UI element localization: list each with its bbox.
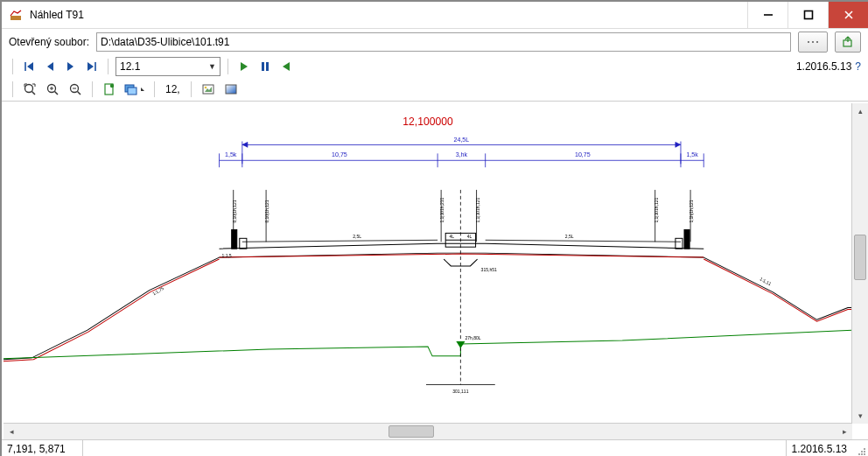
open-button[interactable]	[835, 32, 861, 53]
svg-text:1,5k: 1,5k	[225, 151, 237, 158]
svg-rect-0	[10, 16, 21, 20]
svg-rect-2	[804, 11, 812, 19]
km-label: 12,100000	[402, 116, 453, 128]
next-button[interactable]	[62, 58, 80, 75]
svg-text:1,5k: 1,5k	[686, 151, 698, 158]
picture-button[interactable]	[199, 81, 218, 98]
last-button[interactable]	[83, 58, 101, 75]
zoom-in-button[interactable]	[43, 81, 62, 98]
svg-rect-70	[684, 229, 690, 249]
vertical-scrollbar[interactable]: ▴ ▾	[851, 103, 868, 424]
play-button[interactable]	[235, 58, 253, 75]
status-spacer	[83, 440, 787, 456]
play-back-button[interactable]	[277, 58, 295, 75]
svg-marker-13	[88, 62, 94, 71]
svg-rect-17	[266, 62, 269, 71]
svg-text:1,1|101h,211: 1,1|101h,211	[439, 198, 444, 223]
canvas[interactable]: 12,100000 24,5L 1,5k 10,75 3,hk 10,75	[4, 103, 852, 424]
svg-text:27h,80L: 27h,80L	[465, 335, 480, 340]
svg-point-87	[861, 453, 863, 455]
page-button[interactable]	[100, 81, 119, 98]
svg-point-29	[110, 84, 114, 88]
app-icon	[7, 6, 24, 24]
svg-point-5	[808, 41, 809, 43]
horizontal-scrollbar[interactable]: ◂ ▸	[4, 423, 852, 439]
svg-line-22	[55, 92, 59, 95]
svg-point-90	[861, 451, 863, 452]
svg-text:10,75: 10,75	[575, 151, 591, 158]
scroll-right-icon[interactable]: ▸	[836, 424, 852, 439]
svg-text:10,75: 10,75	[332, 151, 347, 158]
close-button[interactable]	[828, 2, 868, 28]
scale-label: 12,	[162, 83, 184, 95]
navigation-toolbar: 12.1 ▼ 1.2016.5.13?	[2, 55, 868, 78]
svg-marker-82	[456, 341, 465, 348]
scroll-down-icon[interactable]: ▾	[852, 408, 868, 424]
chevron-down-icon: ▼	[208, 62, 216, 71]
first-button[interactable]	[20, 58, 38, 75]
svg-text:1:1,5: 1:1,5	[221, 253, 231, 258]
coords-readout: 7,191, 5,871	[2, 440, 83, 456]
svg-text:2,5L: 2,5L	[353, 234, 361, 239]
svg-text:315,h51: 315,h51	[481, 267, 497, 272]
window-title: Náhled T91	[30, 9, 747, 21]
scroll-left-icon[interactable]: ◂	[4, 424, 19, 439]
svg-text:4L: 4L	[449, 234, 454, 239]
svg-text:1:1,11: 1:1,11	[759, 276, 772, 286]
title-bar: Náhled T91	[2, 2, 868, 29]
svg-text:0,10|1h,121: 0,10|1h,121	[232, 200, 237, 222]
version-label: 1.2016.5.13?	[796, 60, 861, 73]
minimize-button[interactable]	[747, 2, 788, 28]
pause-button[interactable]	[256, 58, 274, 75]
svg-text:0,10|1h,121: 0,10|1h,121	[264, 200, 270, 222]
zoom-toolbar: 12,	[2, 78, 868, 101]
section-combo[interactable]: 12.1 ▼	[116, 57, 220, 76]
svg-point-19	[25, 85, 33, 93]
svg-rect-36	[226, 85, 236, 94]
svg-marker-15	[241, 62, 248, 71]
svg-text:2,5L: 2,5L	[565, 234, 574, 239]
svg-text:4L: 4L	[467, 234, 472, 239]
scroll-up-icon[interactable]: ▴	[852, 103, 868, 119]
resize-grip[interactable]	[856, 440, 868, 456]
svg-rect-65	[232, 229, 237, 249]
svg-rect-69	[676, 238, 682, 249]
file-label: Otevřený soubor:	[9, 36, 89, 48]
svg-text:1,1h|1h,121: 1,1h|1h,121	[689, 200, 694, 222]
svg-marker-11	[47, 62, 53, 71]
zoom-out-button[interactable]	[66, 81, 85, 98]
svg-line-71	[242, 240, 438, 242]
file-path-input[interactable]	[96, 32, 791, 52]
drawing-area: 12,100000 24,5L 1,5k 10,75 3,hk 10,75	[2, 101, 868, 439]
svg-line-72	[486, 240, 681, 242]
svg-marker-32	[141, 88, 144, 91]
svg-text:24,5L: 24,5L	[454, 137, 470, 143]
svg-text:301,111: 301,111	[452, 389, 468, 394]
file-open-bar: Otevřený soubor:	[2, 29, 868, 55]
svg-marker-18	[283, 62, 290, 71]
svg-text:1,1|101h,121: 1,1|101h,121	[654, 198, 659, 223]
svg-marker-10	[27, 62, 33, 71]
svg-point-35	[204, 87, 206, 89]
svg-point-91	[864, 448, 865, 450]
svg-line-20	[32, 92, 36, 95]
svg-rect-31	[128, 88, 136, 95]
svg-marker-12	[67, 62, 74, 71]
combo-value: 12.1	[120, 60, 140, 73]
help-button[interactable]: ?	[855, 60, 861, 73]
layers-button[interactable]	[122, 81, 147, 98]
svg-text:1:1,75: 1:1,75	[151, 285, 164, 296]
svg-point-89	[864, 451, 865, 452]
svg-rect-66	[240, 238, 247, 249]
vscroll-thumb[interactable]	[854, 235, 866, 280]
gradient-button[interactable]	[221, 81, 241, 98]
svg-point-6	[812, 41, 814, 43]
zoom-extents-button[interactable]	[20, 81, 39, 98]
status-version: 1.2016.5.13	[787, 440, 856, 456]
browse-button[interactable]	[798, 32, 828, 53]
prev-button[interactable]	[41, 58, 59, 75]
maximize-button[interactable]	[788, 2, 828, 28]
status-bar: 7,191, 5,871 1.2016.5.13	[2, 439, 868, 456]
hscroll-thumb[interactable]	[388, 425, 434, 438]
svg-point-7	[816, 41, 818, 43]
